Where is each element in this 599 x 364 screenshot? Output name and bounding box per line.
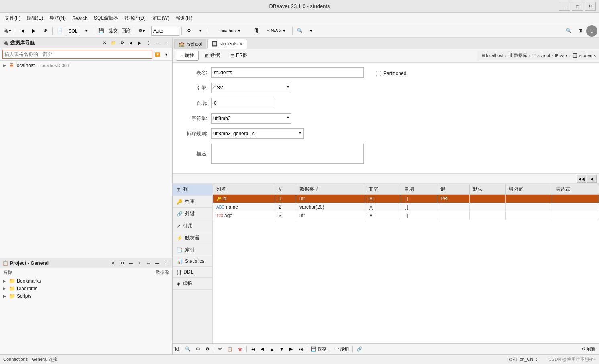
search-toolbar-button[interactable]: 🔍: [295, 26, 305, 36]
profile-button[interactable]: U: [586, 25, 597, 37]
edit-button[interactable]: ✏: [216, 345, 224, 354]
forward-button[interactable]: ▶: [29, 26, 39, 36]
table-name-input[interactable]: [211, 67, 364, 78]
new-file-button[interactable]: 📄: [55, 26, 65, 36]
more-button[interactable]: ▾: [306, 26, 316, 36]
db-filter-button[interactable]: 🔽: [154, 51, 161, 58]
close-button[interactable]: ✕: [585, 2, 596, 11]
partitioned-checkbox[interactable]: [376, 71, 381, 76]
project-settings-button[interactable]: ⚙: [118, 260, 126, 267]
db-nav-minimize[interactable]: —: [154, 39, 161, 47]
project-close-button[interactable]: ✕: [110, 260, 117, 267]
commit-button[interactable]: 提交: [107, 26, 119, 36]
copy-button[interactable]: 📋: [225, 345, 235, 354]
db-nav-more[interactable]: ⋮: [145, 39, 152, 47]
charset-select[interactable]: utf8mb3 utf8mb4 latin1: [211, 113, 291, 124]
side-nav-triggers[interactable]: ⚡ 触发器: [173, 232, 212, 244]
menu-nav[interactable]: 导航(N): [46, 14, 69, 23]
menu-help[interactable]: 帮助(H): [173, 14, 196, 23]
host-select[interactable]: localhost ▾: [210, 26, 250, 36]
menu-window[interactable]: 窗口(W): [149, 14, 173, 23]
prev-button[interactable]: ◀: [258, 345, 267, 354]
delete-button[interactable]: 🗑: [236, 345, 244, 354]
first-button[interactable]: ⏮: [248, 345, 257, 354]
table-row[interactable]: 🔑 id 1 int [v] [ ] PRI: [213, 195, 599, 203]
engine-select[interactable]: CSV InnoDB MyISAM: [211, 83, 291, 93]
more-sql-button[interactable]: ▾: [81, 26, 92, 36]
menu-search[interactable]: Search: [69, 14, 91, 22]
dropdown-button[interactable]: ▾: [195, 26, 206, 36]
sql-button[interactable]: SQL: [66, 26, 80, 36]
project-maximize-button[interactable]: □: [163, 260, 170, 267]
menu-edit[interactable]: 编辑(E): [24, 14, 46, 23]
settings-button[interactable]: ⚙: [184, 26, 194, 36]
side-nav-indexes[interactable]: 📑 索引: [173, 244, 212, 256]
down-button[interactable]: ▼: [277, 345, 286, 354]
refresh-data-button[interactable]: ↺ 刷新: [580, 345, 597, 354]
scroll-left-button[interactable]: ◀◀: [577, 175, 586, 183]
db-nav-arrow-left[interactable]: ◀: [127, 39, 134, 47]
link-button[interactable]: 🔗: [355, 345, 364, 354]
project-arrow-button[interactable]: ↔: [145, 260, 152, 267]
db-filter-more[interactable]: ▾: [163, 51, 170, 58]
tab-students[interactable]: 🔲 students ✕: [207, 39, 247, 49]
project-item-scripts[interactable]: ▶ 📁 Scripts: [0, 292, 172, 300]
back-button[interactable]: ◀: [17, 26, 28, 36]
minimize-button[interactable]: —: [559, 2, 570, 11]
schema-select[interactable]: < N/A > ▾: [262, 26, 290, 36]
new-connection-button[interactable]: 🔌▾: [2, 26, 13, 36]
auto-commit-select[interactable]: [151, 26, 179, 36]
project-minus-button[interactable]: —: [127, 260, 134, 267]
db-search-input[interactable]: [2, 50, 152, 59]
rollback-button[interactable]: 回滚: [120, 26, 132, 36]
refresh-nav-button[interactable]: ↺: [40, 26, 50, 36]
sub-tab-data[interactable]: ⊞ 数据: [200, 51, 224, 61]
db-nav-close-button[interactable]: ✕: [101, 39, 108, 47]
project-item-diagrams[interactable]: ▶ 📁 Diagrams: [0, 285, 172, 292]
table-row[interactable]: ABC name 2 varchar(20) [v] [ ]: [213, 203, 599, 211]
collation-select[interactable]: utf8mb3_general_ci utf8mb3_unicode_ci: [211, 128, 304, 139]
side-nav-foreign-keys[interactable]: 🔗 外键: [173, 208, 212, 220]
desc-textarea[interactable]: [211, 144, 364, 164]
menu-database[interactable]: 数据库(D): [121, 14, 149, 23]
db-icon-button[interactable]: 🗄: [251, 26, 261, 36]
side-nav-statistics[interactable]: 📊 Statistics: [173, 256, 212, 267]
tree-item-localhost[interactable]: ▶ 🖥 localhost - localhost:3306: [0, 61, 172, 69]
side-nav-columns[interactable]: ⊞ 列: [173, 184, 212, 196]
filter-rows-button[interactable]: 🔍: [183, 345, 193, 354]
side-nav-references[interactable]: ↗ 引用: [173, 220, 212, 232]
project-item-bookmarks[interactable]: ▶ 📁 Bookmarks: [0, 277, 172, 285]
order-button[interactable]: ⚙: [203, 345, 212, 354]
revert-button[interactable]: ↩ 撤销: [333, 345, 351, 354]
next-button[interactable]: ▶: [287, 345, 295, 354]
auto-inc-input[interactable]: [211, 98, 275, 108]
menu-file[interactable]: 文件(F): [2, 14, 24, 23]
scroll-prev-button[interactable]: ◀: [587, 175, 597, 183]
side-nav-constraints[interactable]: 🔑 约束: [173, 196, 212, 208]
table-row[interactable]: 123 age 3 int [v] [ ]: [213, 211, 599, 220]
db-nav-arrow-right[interactable]: ▶: [136, 39, 143, 47]
global-search-button[interactable]: 🔍: [564, 26, 574, 36]
sub-tab-er[interactable]: ⊟ ER图: [226, 51, 252, 61]
side-nav-ddl[interactable]: { } DDL: [173, 267, 212, 278]
last-button[interactable]: ⏭: [296, 345, 305, 354]
partitioned-label[interactable]: Partitioned: [376, 71, 406, 76]
maximize-button[interactable]: □: [572, 2, 583, 11]
tab-school[interactable]: 🏫 *school: [174, 39, 206, 49]
side-nav-virtual[interactable]: ◈ 虚拟: [173, 278, 212, 290]
save-button[interactable]: 💾: [96, 26, 106, 36]
bc-sep-1: ›: [505, 53, 507, 58]
sub-tab-properties[interactable]: ≡ 属性: [176, 51, 199, 61]
screenshots-button[interactable]: ⊞: [575, 26, 585, 36]
filter-config-button[interactable]: ⚙: [194, 345, 202, 354]
db-nav-item-button[interactable]: 📁: [110, 39, 117, 47]
db-nav-settings-button[interactable]: ⚙: [118, 39, 126, 47]
save-data-button[interactable]: 💾 保存...: [309, 345, 332, 354]
students-tab-close[interactable]: ✕: [239, 42, 242, 46]
filter-button[interactable]: ⚙▾: [137, 26, 147, 36]
menu-sql-editor[interactable]: SQL编辑器: [91, 14, 121, 23]
project-minimize-button[interactable]: —: [154, 260, 161, 267]
up-button[interactable]: ▲: [267, 345, 276, 354]
db-nav-maximize[interactable]: □: [163, 39, 170, 47]
project-plus-button[interactable]: +: [136, 260, 143, 267]
